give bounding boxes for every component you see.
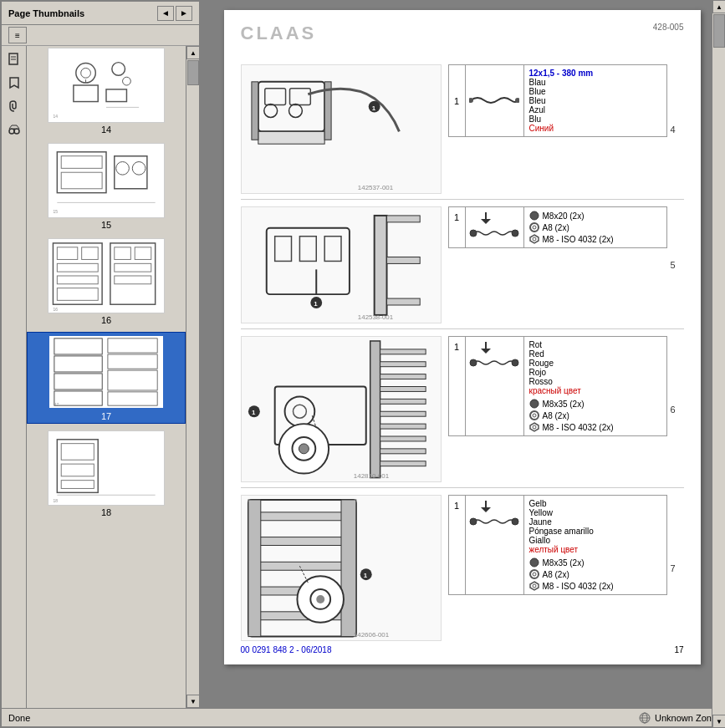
scroll-track [186, 59, 199, 695]
thumbnail-scrollbar[interactable]: ▲ ▼ [186, 46, 199, 708]
svg-point-103 [299, 444, 309, 454]
svg-point-82 [530, 211, 539, 220]
svg-rect-74 [324, 237, 341, 262]
svg-point-113 [530, 411, 539, 420]
diagram-7: 1 142606-001 [241, 495, 442, 641]
washer-label-7-1: A8 (2x) [543, 570, 569, 579]
bolt-label-6-1: M8x35 (2x) [543, 400, 585, 409]
diagram-5: 1 142538-001 [241, 206, 442, 323]
svg-text:15: 15 [53, 210, 58, 214]
color-es-7: Póngase amarillo [529, 527, 661, 536]
nav-prev-button[interactable]: ◄ [157, 6, 174, 21]
thumbnail-14[interactable]: 14 14 [27, 46, 186, 136]
page-icon[interactable] [4, 49, 24, 69]
color-de-7: Gelb [529, 499, 661, 508]
scroll-up-button[interactable]: ▲ [186, 46, 199, 59]
doc-scroll-track [712, 13, 723, 708]
svg-text:1: 1 [251, 409, 255, 416]
svg-rect-70 [386, 298, 420, 305]
part-lang-it-4: Blu [529, 115, 661, 124]
svg-rect-69 [386, 257, 420, 263]
svg-point-114 [533, 414, 536, 417]
bookmark-icon[interactable] [4, 73, 24, 93]
color-es-6: Rojo [529, 368, 661, 377]
color-fr-6: Rouge [529, 359, 661, 368]
left-panel-inner: 14 14 [2, 46, 199, 708]
sidebar-icons [2, 46, 27, 708]
bolt-row-6-1: M8x35 (2x) [529, 399, 661, 409]
claas-logo: CLAAS [241, 23, 317, 44]
color-it-6: Rosso [529, 377, 661, 386]
thumbnail-img-17: 17 [48, 334, 165, 410]
svg-text:1: 1 [371, 104, 375, 112]
svg-point-81 [512, 230, 518, 237]
section-num-7: 7 [667, 495, 684, 641]
panel-title: Page Thumbnails [8, 8, 84, 18]
svg-rect-91 [380, 386, 426, 391]
thumbnail-img-15: 15 [48, 143, 165, 218]
color-fr-7: Jaune [529, 517, 661, 527]
svg-rect-94 [380, 424, 426, 429]
thumbnail-18[interactable]: 18 18 [27, 429, 186, 519]
list-view-button[interactable]: ≡ [8, 27, 27, 43]
thumbnail-label-17: 17 [101, 411, 111, 421]
part-icon-4 [466, 65, 524, 136]
color-de-6: Rot [529, 340, 661, 349]
svg-point-136 [530, 558, 539, 567]
status-zone-label: Unknown Zone [655, 713, 717, 723]
part-name-4: 12x1,5 - 380 mm [529, 69, 661, 78]
part-row-5-1: 1 [448, 206, 667, 248]
part-pos-6: 1 [449, 337, 466, 435]
thumbnail-16[interactable]: 16 16 [27, 237, 186, 327]
svg-point-4 [14, 129, 19, 134]
svg-rect-119 [249, 537, 354, 546]
diagram-6: 1 142810-001 [241, 336, 442, 482]
attachment-icon[interactable] [4, 96, 24, 116]
page-ref-top: 428-005 [653, 23, 684, 32]
nav-next-button[interactable]: ► [176, 6, 192, 21]
doc-scrollbar[interactable]: ▲ ▼ [712, 2, 723, 708]
part-lang-en-4: Blue [529, 87, 661, 96]
svg-point-58 [288, 104, 302, 118]
thumbnail-img-14: 14 [48, 48, 165, 123]
part-row-6-1: 1 [448, 336, 667, 436]
svg-text:1: 1 [314, 300, 318, 308]
doc-scroll-thumb[interactable] [713, 14, 723, 48]
content-area: Page Thumbnails ◄ ► ≡ [2, 2, 723, 708]
footer-left: 00 0291 848 2 - 06/2018 [241, 645, 332, 654]
svg-marker-109 [481, 349, 491, 354]
svg-point-138 [533, 573, 536, 576]
part-desc-5: M8x20 (2x) A8 (2x) M8 - ISO 4032 (2x) [524, 207, 666, 247]
svg-point-3 [9, 129, 14, 134]
svg-point-112 [530, 400, 539, 408]
parts-6: 1 [442, 336, 667, 482]
svg-point-110 [470, 359, 477, 366]
part-desc-4: 12x1,5 - 380 mm Blau Blue Bleu Azul Blu … [524, 65, 666, 136]
svg-marker-133 [481, 507, 491, 512]
doc-scroll-up[interactable]: ▲ [712, 2, 723, 13]
svg-rect-87 [370, 341, 380, 478]
svg-point-140 [533, 584, 536, 588]
svg-rect-120 [249, 562, 354, 570]
thumbnail-label-16: 16 [101, 315, 111, 325]
globe-icon [638, 711, 651, 725]
svg-rect-92 [380, 399, 426, 404]
scroll-thumb[interactable] [187, 60, 199, 85]
section-num-5: 5 [667, 206, 684, 323]
nut-row-6-1: M8 - ISO 4032 (2x) [529, 422, 661, 432]
binoculars-icon[interactable] [4, 120, 24, 140]
part-lang-ru-4: Синий [529, 124, 661, 133]
thumbnail-label-18: 18 [101, 507, 111, 517]
svg-marker-115 [530, 423, 539, 431]
thumbnail-img-18: 18 [48, 430, 165, 506]
thumbnail-15[interactable]: 15 15 [27, 141, 186, 232]
svg-text:16: 16 [53, 308, 58, 312]
svg-text:14: 14 [53, 115, 58, 119]
left-panel: Page Thumbnails ◄ ► ≡ [2, 2, 201, 708]
svg-rect-88 [380, 349, 426, 354]
svg-rect-47 [49, 431, 164, 505]
color-en-7: Yellow [529, 508, 661, 517]
footer-right: 17 [674, 645, 683, 654]
thumbnail-17[interactable]: 17 17 [27, 332, 186, 424]
scroll-down-button[interactable]: ▼ [186, 695, 199, 708]
